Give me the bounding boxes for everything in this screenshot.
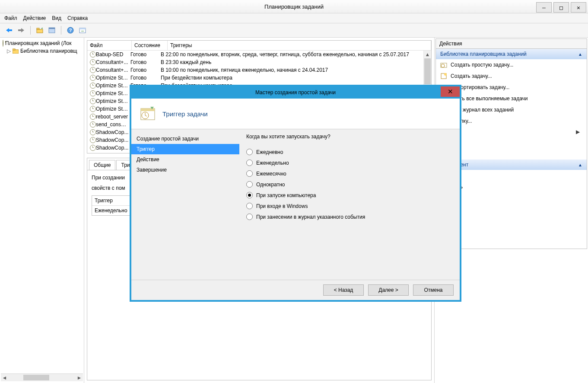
toolbar: ? — [0, 23, 588, 38]
folder-icon — [13, 48, 19, 54]
task-trigger: В 23:30 каждый день — [161, 59, 429, 65]
clock-icon — [90, 129, 96, 135]
menu-help[interactable]: Справка — [67, 15, 88, 21]
clock-icon — [90, 90, 96, 96]
tree-root[interactable]: Планировщик заданий (Лок — [1, 39, 83, 47]
trigger-option[interactable]: Однократно — [246, 179, 453, 190]
wizard-dialog: Мастер создания простой задачи ✕ Триггер… — [130, 85, 461, 302]
task-name: ShadowCop... — [96, 137, 130, 143]
svg-rect-11 — [13, 49, 15, 50]
task-row[interactable]: Consultant+...ГотовоВ 23:30 каждый день — [87, 58, 431, 66]
task-state: Готово — [130, 67, 161, 73]
clock-icon — [90, 75, 96, 81]
clock-icon — [90, 106, 96, 112]
wizard-step-create[interactable]: Создание простой задачи — [131, 134, 239, 144]
tree-root-label: Планировщик заданий (Лок — [5, 40, 72, 46]
actions-section-library[interactable]: Библиотека планировщика заданий ▲ — [436, 49, 587, 59]
wizard-step-finish[interactable]: Завершение — [131, 165, 239, 175]
task-row[interactable]: Babup-SEDГотовоВ 22:00 по понедельник, в… — [87, 51, 431, 58]
radio-icon[interactable] — [246, 170, 253, 177]
cancel-button[interactable]: Отмена — [413, 284, 454, 296]
help-button[interactable]: ? — [66, 26, 75, 35]
separator — [30, 26, 31, 35]
nav-tree: Планировщик заданий (Лок ▷ Библиотека пл… — [0, 38, 84, 383]
clock-icon — [90, 137, 96, 143]
action-item[interactable]: Создать простую задачу... — [436, 59, 587, 70]
wizard-titlebar[interactable]: Мастер создания простой задачи ✕ — [131, 86, 460, 99]
task-row[interactable]: Consultant+...ГотовоВ 10:00 по понедельн… — [87, 66, 431, 74]
trigger-option[interactable]: Еженедельно — [246, 157, 453, 168]
radio-icon[interactable] — [246, 160, 253, 166]
col-state[interactable]: Состояние — [132, 41, 168, 50]
expand-icon[interactable]: ▷ — [7, 48, 11, 54]
wizard-footer: < Назад Далее > Отмена — [131, 280, 460, 300]
back-button[interactable] — [4, 26, 14, 35]
svg-text:?: ? — [69, 28, 72, 33]
wizard-content: Когда вы хотите запускать задачу? Ежедне… — [239, 129, 460, 280]
svg-rect-0 — [9, 29, 12, 31]
tree-library[interactable]: ▷ Библиотека планировщ — [1, 47, 83, 55]
wizard-header: Триггер задачи — [131, 99, 460, 129]
scroll-left-icon[interactable]: ◄ — [1, 374, 8, 381]
task-trigger: В 22:00 по понедельник, вторник, среда, … — [161, 51, 429, 57]
trigger-option[interactable]: Ежемесячно — [246, 168, 453, 179]
scroll-right-icon[interactable]: ► — [76, 374, 83, 381]
scheduler-icon — [3, 40, 3, 46]
task-row[interactable]: Optimize Sta...ГотовоПри бездействии ком… — [87, 74, 431, 82]
back-button[interactable]: < Назад — [323, 284, 364, 296]
calendar-button[interactable] — [78, 26, 87, 35]
forward-button[interactable] — [16, 26, 26, 35]
wizard-heading: Триггер задачи — [162, 110, 208, 118]
task-name: send_consul... — [96, 121, 130, 128]
svg-rect-9 — [79, 28, 86, 29]
wizard-title: Мастер создания простой задачи — [255, 89, 336, 96]
trigger-option[interactable]: При входе в Windows — [246, 201, 453, 211]
clock-icon — [90, 67, 96, 73]
minimize-button[interactable]: — — [536, 2, 552, 13]
radio-icon[interactable] — [246, 203, 253, 209]
radio-icon[interactable] — [246, 181, 253, 188]
collapse-icon: ▲ — [578, 52, 582, 57]
option-label: При запуске компьютера — [256, 192, 316, 198]
clock-icon — [90, 145, 96, 151]
task-name: reboot_server — [96, 114, 130, 120]
menu-action[interactable]: Действие — [23, 15, 46, 21]
scroll-up-icon[interactable]: ▲ — [424, 51, 431, 58]
menu-view[interactable]: Вид — [52, 15, 61, 21]
window-title: Планировщик заданий — [264, 3, 324, 10]
option-label: При занесении в журнал указанного событи… — [256, 214, 365, 220]
svg-point-15 — [444, 73, 447, 76]
up-button[interactable] — [35, 26, 44, 35]
tree-hscrollbar[interactable]: ◄ ► — [1, 373, 83, 381]
task-name: Optimize Sta... — [96, 98, 130, 104]
wizard-step-trigger[interactable]: Триггер — [131, 144, 239, 154]
wizard-step-action[interactable]: Действие — [131, 154, 239, 165]
separator — [61, 26, 61, 35]
radio-icon[interactable] — [246, 192, 253, 198]
task-name: Consultant+... — [96, 67, 130, 73]
clock-icon — [90, 51, 96, 57]
actions-section-library-label: Библиотека планировщика заданий — [440, 51, 527, 57]
option-label: Ежедневно — [256, 149, 283, 155]
collapse-icon: ▲ — [578, 163, 582, 167]
radio-icon[interactable] — [246, 214, 253, 220]
tab-general[interactable]: Общие — [89, 160, 115, 170]
trigger-option[interactable]: При занесении в журнал указанного событи… — [246, 211, 453, 222]
col-triggers[interactable]: Триггеры — [168, 41, 431, 50]
maximize-button[interactable]: □ — [553, 2, 569, 13]
action-item[interactable]: Создать задачу... — [436, 70, 587, 82]
radio-icon[interactable] — [246, 149, 253, 155]
wizard-close-button[interactable]: ✕ — [441, 86, 460, 97]
option-label: Еженедельно — [256, 160, 289, 166]
trigger-option[interactable]: При запуске компьютера — [246, 190, 453, 201]
wizard-question: Когда вы хотите запускать задачу? — [246, 134, 453, 140]
clock-icon — [90, 121, 96, 128]
next-button[interactable]: Далее > — [368, 284, 409, 296]
clock-icon — [90, 83, 96, 89]
trigger-option[interactable]: Ежедневно — [246, 147, 453, 157]
task-trigger: В 10:00 по понедельник, пятница еженедел… — [161, 67, 429, 73]
close-button[interactable]: ✕ — [571, 2, 586, 13]
col-file[interactable]: Файл — [87, 41, 132, 50]
properties-button[interactable] — [47, 26, 57, 35]
menu-file[interactable]: Файл — [4, 15, 17, 21]
